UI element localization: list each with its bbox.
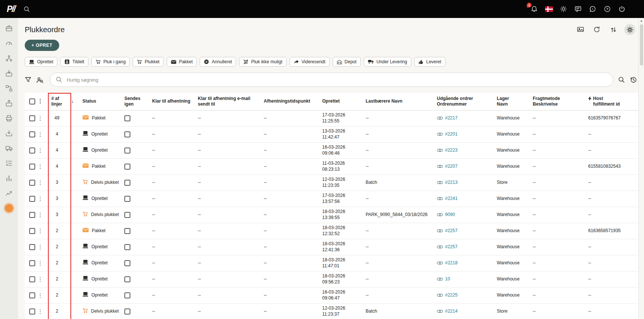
order-link[interactable]: #2213	[445, 180, 457, 186]
resend-checkbox[interactable]	[124, 164, 130, 170]
sidebar-item-analytics[interactable]	[4, 188, 14, 198]
status-filter-chip[interactable]: Oprettet	[25, 57, 57, 67]
row-menu-icon[interactable]: ⋮	[37, 260, 43, 266]
row-menu-icon[interactable]: ⋮	[37, 179, 43, 186]
sort-updown-icon[interactable]	[608, 24, 619, 35]
resend-checkbox[interactable]	[124, 228, 130, 234]
status-filter-chip[interactable]: Tildelt	[60, 57, 88, 67]
scroll-up-arrow[interactable]: ▲	[639, 19, 644, 22]
row-select-checkbox[interactable]	[29, 292, 35, 298]
row-select-checkbox[interactable]	[29, 228, 35, 234]
row-menu-icon[interactable]: ⋮	[37, 115, 43, 121]
table-row[interactable]: ⋮ 3 Oprettet -- -- -- 17-03-2026 13:57:5…	[25, 191, 638, 207]
column-header-created[interactable]: Oprettet	[322, 93, 366, 110]
status-filter-chip[interactable]: Leveret	[414, 57, 445, 67]
row-menu-icon[interactable]: ⋮	[37, 212, 43, 218]
sidebar-item-dashboard[interactable]	[4, 38, 14, 49]
advanced-search-icon[interactable]	[618, 76, 625, 83]
sidebar-item-workflows[interactable]	[4, 83, 14, 94]
table-row[interactable]: ⋮ 4 Pakket -- -- -- 11-03-2026 08:23:13 …	[25, 158, 638, 174]
status-filter-chip[interactable]: Under Levering	[364, 57, 411, 67]
language-flag-icon[interactable]	[545, 5, 553, 13]
row-select-checkbox[interactable]	[29, 196, 35, 202]
feedback-bubble-icon[interactable]	[589, 5, 597, 13]
chat-icon[interactable]	[574, 5, 582, 13]
status-filter-chip[interactable]: Depot	[333, 57, 361, 67]
table-row[interactable]: ⋮ 2 Oprettet -- -- -- 18-03-2026 12:41:3…	[25, 239, 638, 255]
table-row[interactable]: ⋮ 2 Delvis plukket -- -- -- 12-03-2026 1…	[25, 303, 638, 319]
quick-search-input[interactable]	[50, 73, 613, 87]
sidebar-item-dispatch[interactable]	[4, 98, 14, 109]
resend-checkbox[interactable]	[124, 148, 130, 154]
order-link[interactable]: #2223	[445, 148, 457, 154]
order-link[interactable]: 9090	[445, 212, 455, 218]
resend-checkbox[interactable]	[124, 212, 130, 218]
status-filter-chip[interactable]: Plukket	[133, 57, 163, 67]
order-link[interactable]: #2207	[445, 164, 457, 170]
table-row[interactable]: ⋮ 4 Oprettet -- -- -- 13-03-2026 11:42:4…	[25, 126, 638, 142]
sidebar-item-hierarchy[interactable]	[4, 53, 14, 64]
order-link[interactable]: 10	[445, 276, 450, 282]
order-link[interactable]: #2214	[445, 309, 457, 315]
status-filter-chip[interactable]: Annulleret	[200, 57, 236, 67]
sidebar-item-orders[interactable]	[4, 23, 14, 34]
row-select-checkbox[interactable]	[29, 276, 35, 282]
column-header-carrier[interactable]: Lastbærere Navn	[366, 93, 437, 110]
row-select-checkbox[interactable]	[29, 309, 35, 315]
resend-checkbox[interactable]	[124, 196, 130, 202]
table-row[interactable]: ⋮ 2 Oprettet -- -- -- 18-03-2026 09:56:2…	[25, 271, 638, 287]
resend-checkbox[interactable]	[124, 276, 130, 282]
row-menu-icon[interactable]: ⋮	[37, 195, 43, 202]
table-row[interactable]: ⋮ 3 Delvis plukket -- -- -- 18-03-2026 1…	[25, 207, 638, 223]
header-kebab-icon[interactable]: ⋮	[37, 98, 43, 104]
refresh-icon[interactable]	[591, 24, 602, 35]
person-search-icon[interactable]	[36, 77, 43, 83]
order-link[interactable]: #2217	[445, 115, 457, 121]
column-header-resend[interactable]: Sendes igen	[124, 93, 152, 110]
row-menu-icon[interactable]: ⋮	[37, 228, 43, 234]
notifications-bell-icon[interactable]: 1	[530, 5, 538, 13]
table-row[interactable]: ⋮ 3 Delvis plukket -- -- -- 12-03-2026 1…	[25, 174, 638, 191]
vertical-scrollbar[interactable]: ▲	[638, 18, 644, 319]
order-link[interactable]: #2218	[445, 260, 457, 266]
power-icon[interactable]	[618, 5, 626, 13]
column-header-status[interactable]: Status	[82, 93, 124, 110]
column-header-host-id[interactable]: Host fulfillment id	[588, 93, 638, 110]
select-all-checkbox[interactable]	[29, 98, 35, 104]
order-link[interactable]: #2225	[445, 292, 457, 298]
row-select-checkbox[interactable]	[29, 131, 35, 137]
row-menu-icon[interactable]: ⋮	[37, 163, 43, 170]
scrollbar-thumb[interactable]	[640, 24, 643, 66]
order-link[interactable]: #2257	[445, 228, 457, 234]
create-button[interactable]: + OPRET	[25, 40, 59, 51]
status-filter-chip[interactable]: Pluk ikke muligt	[239, 57, 286, 67]
row-select-checkbox[interactable]	[29, 164, 35, 170]
sidebar-item-returns[interactable]	[4, 128, 14, 139]
row-menu-icon[interactable]: ⋮	[37, 131, 43, 137]
display-view-icon[interactable]	[575, 24, 586, 35]
resend-checkbox[interactable]	[124, 260, 130, 266]
resend-checkbox[interactable]	[124, 292, 130, 298]
column-header-freight[interactable]: Fragtmetode Beskrivelse	[533, 93, 588, 110]
column-header-ready[interactable]: Klar til afhentning	[152, 93, 198, 110]
column-header-ready-email[interactable]: Klar til afhentning e-mail sendt til	[198, 93, 264, 110]
resend-checkbox[interactable]	[124, 131, 130, 137]
resend-checkbox[interactable]	[124, 309, 130, 315]
resend-checkbox[interactable]	[124, 115, 130, 121]
row-menu-icon[interactable]: ⋮	[37, 276, 43, 282]
row-select-checkbox[interactable]	[29, 244, 35, 250]
row-menu-icon[interactable]: ⋮	[37, 244, 43, 250]
sidebar-item-reports[interactable]	[4, 173, 14, 183]
help-icon[interactable]: ?	[603, 5, 611, 13]
resend-checkbox[interactable]	[124, 244, 130, 250]
row-menu-icon[interactable]: ⋮	[37, 308, 43, 315]
settings-gear-icon[interactable]	[624, 24, 635, 35]
search-icon[interactable]	[22, 5, 31, 13]
sidebar-item-print[interactable]	[4, 113, 14, 124]
column-header-warehouse[interactable]: Lager Navn	[497, 93, 533, 110]
status-filter-chip[interactable]: Pluk i gang	[91, 57, 130, 67]
sidebar-item-pick-lists[interactable]	[4, 158, 14, 168]
column-header-order[interactable]: Udgående ordrer Ordrenummer	[437, 93, 497, 110]
resend-checkbox[interactable]	[124, 180, 130, 186]
table-row[interactable]: ⋮ 49 Pakket -- -- -- 17-03-2026 11:25:55…	[25, 110, 638, 126]
